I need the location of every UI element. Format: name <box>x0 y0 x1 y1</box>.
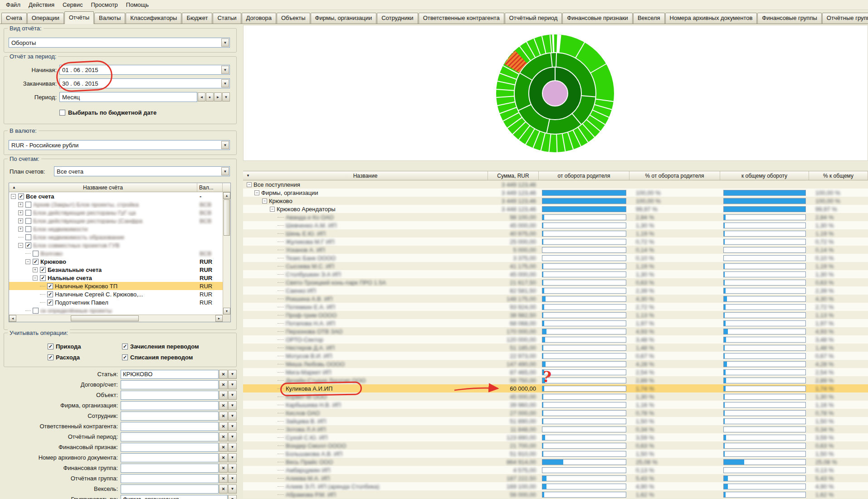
scroll-up-button[interactable]: ▲ <box>223 192 230 199</box>
tree-row[interactable]: −✓Блок совместных проектов ГУВ <box>9 241 223 249</box>
tree-row[interactable]: ✓Наличные Крюково ТПRUR <box>9 282 223 290</box>
dropdown-icon[interactable]: ▼ <box>221 167 229 175</box>
table-row[interactable]: Зайцева В. ИП51 890,001,50 %1,50 % <box>243 417 868 425</box>
table-row[interactable]: Потемкин Е.А. ИП93 924,002,72 %2,72 % <box>243 303 868 311</box>
collapse-icon[interactable]: − <box>18 243 23 248</box>
clear-button[interactable]: ✕ <box>219 380 228 389</box>
tab-16[interactable]: Номера архивных документов <box>665 13 757 24</box>
tab-12[interactable]: Ответственные контрагента <box>419 13 504 24</box>
menu-item-3[interactable]: Сервис <box>59 0 87 9</box>
table-row[interactable]: −Все поступления3 449 123,46 <box>243 180 868 189</box>
filter-input[interactable] <box>121 432 219 441</box>
table-row[interactable]: Сысоева М.С. ИП41 175,001,19 %1,19 % <box>243 262 868 270</box>
filter-input[interactable] <box>121 380 219 389</box>
scroll-thumb[interactable] <box>71 315 139 321</box>
tree-row[interactable]: ВолговоВСВ <box>9 249 223 257</box>
operation-checkbox[interactable]: ✓ <box>122 354 128 360</box>
dropdown-button[interactable]: ▼ <box>228 391 237 400</box>
expand-icon[interactable]: + <box>18 227 23 232</box>
currency-select[interactable]: RUR - Российские рубли ▼ <box>9 140 230 150</box>
table-row[interactable]: Мига-Маркет ИП87 465,002,54 %2,54 % <box>243 368 868 376</box>
tree-row[interactable]: +Блок действующие рестораны ГуГ-цаВСВ <box>9 208 223 217</box>
tab-13[interactable]: Отчётный период <box>505 13 562 24</box>
table-row[interactable]: Сухой С.Ю. ИП123 890,003,59 %3,59 % <box>243 433 868 441</box>
table-row[interactable]: Шень Е.Ю. ИП40 975,001,19 %1,19 % <box>243 229 868 237</box>
tree-header-currency[interactable]: Вал... <box>197 183 223 192</box>
dropdown-button[interactable]: ▼ <box>228 380 237 389</box>
column-header-parent-percent[interactable]: % от оборота родителя <box>629 171 720 180</box>
row-checkbox[interactable]: ✓ <box>40 275 46 281</box>
row-checkbox[interactable] <box>25 202 31 208</box>
filter-input[interactable] <box>121 401 219 410</box>
end-date-input[interactable]: 30 . 06 . 2015 ▼ <box>59 78 230 88</box>
table-row[interactable]: −Крюково3 449 123,46100,00 %100,00 % <box>243 197 868 205</box>
dropdown-icon[interactable]: ▼ <box>221 79 229 87</box>
row-checkbox[interactable] <box>33 251 39 257</box>
operation-checkbox[interactable]: ✓ <box>48 344 54 349</box>
tab-4[interactable]: Валюты <box>94 13 125 24</box>
dropdown-button[interactable]: ▼ <box>228 401 237 410</box>
table-row[interactable]: Жуликова М.Г ИП25 000,000,72 %0,72 % <box>243 237 868 246</box>
tree-row[interactable]: +Архив (Закрыт) Блок проекты, стройкаВСВ <box>9 200 223 208</box>
clear-button[interactable]: ✕ <box>219 401 228 410</box>
tab-2[interactable]: Операции <box>27 13 64 24</box>
collapse-icon[interactable]: − <box>262 199 267 203</box>
table-row[interactable]: Саенко ИП82 581,502,39 %2,39 % <box>243 286 868 295</box>
table-row[interactable]: −Крюково Арендаторы3 448 123,4699,97 %99… <box>243 205 868 213</box>
collapse-icon[interactable]: − <box>270 207 275 212</box>
filter-input[interactable] <box>121 443 219 452</box>
tab-14[interactable]: Финансовые признаки <box>562 13 633 24</box>
dropdown-button[interactable]: ▼ <box>228 484 237 494</box>
table-row[interactable]: Рокшина А.В. ИП148 175,004,30 %4,30 % <box>243 295 868 303</box>
row-checkbox[interactable]: ✓ <box>47 291 53 297</box>
column-header-total-share[interactable]: к общему обороту <box>720 171 809 180</box>
expand-icon[interactable]: + <box>18 210 23 215</box>
tree-row[interactable]: −✓Все счета- <box>9 192 223 200</box>
table-row[interactable]: Большакова А.В. ИП51 910,001,50 %1,50 % <box>243 450 868 458</box>
table-row[interactable]: Корвет-М ООО45 000,001,30 %1,30 % <box>243 392 868 401</box>
period-input[interactable]: Месяц <box>59 92 197 102</box>
tab-9[interactable]: Объекты <box>277 13 310 24</box>
table-row[interactable]: Столбушкин Э.А ИП45 000,001,30 %1,30 % <box>243 270 868 278</box>
dropdown-button[interactable]: ▼ <box>228 453 237 462</box>
start-date-input[interactable]: 01 . 06 . 2015 ▼ <box>59 65 230 75</box>
tab-5[interactable]: Классификаторы <box>126 13 181 24</box>
tree-horizontal-scrollbar[interactable]: ◄ ► <box>9 315 223 322</box>
tree-row[interactable]: −✓КрюковоRUR <box>9 257 223 266</box>
tab-18[interactable]: Отчётные группы <box>822 13 868 24</box>
collapse-icon[interactable]: − <box>254 190 259 195</box>
scroll-left-button[interactable]: ◄ <box>9 315 16 322</box>
period-current-button[interactable]: ● <box>206 92 214 102</box>
table-row[interactable]: Кислов ОАО27 000,000,78 %0,78 % <box>243 409 868 417</box>
tab-11[interactable]: Сотрудники <box>377 13 418 24</box>
column-header-sum[interactable]: Сумма, RUR <box>488 171 539 180</box>
table-row[interactable]: Куликова А.И.ИП60 000,001,74 %1,74 % <box>243 384 868 392</box>
tab-3[interactable]: Отчёты <box>64 11 94 24</box>
row-checkbox[interactable]: ✓ <box>18 194 24 199</box>
clear-button[interactable]: ✕ <box>219 464 228 473</box>
table-row[interactable]: Зотова Л.А ИП11 848,000,34 %0,34 % <box>243 425 868 433</box>
row-checkbox[interactable]: ✓ <box>25 242 31 248</box>
tree-header-name[interactable]: ▲ Название счёта <box>9 183 197 192</box>
table-row[interactable]: Шевченко А.М. ИП45 000,001,30 %1,30 % <box>243 221 868 229</box>
tree-vertical-scrollbar[interactable]: ▲ ▼ <box>223 192 230 315</box>
table-row[interactable]: Амбарцумян ИП4 575,000,13 %0,13 % <box>243 466 868 474</box>
dropdown-icon[interactable]: ▼ <box>221 66 229 74</box>
tab-6[interactable]: Бюджет <box>182 13 212 24</box>
clear-button[interactable]: ✕ <box>219 412 228 421</box>
period-next-button[interactable]: ► <box>214 92 222 102</box>
dropdown-button[interactable]: ▼ <box>228 370 237 379</box>
filter-input[interactable]: КРЮКОВО <box>121 370 219 379</box>
filter-input[interactable] <box>121 391 219 400</box>
dropdown-button[interactable]: ▼ <box>228 432 237 441</box>
table-row[interactable]: Абрамова Р.М. ИП56 000,001,62 %1,62 % <box>243 490 868 499</box>
budget-date-checkbox[interactable] <box>59 110 65 116</box>
menu-item-5[interactable]: Помощь <box>122 0 153 9</box>
table-row[interactable]: Аванда и Ко ОАО98 100,002,84 %2,84 % <box>243 213 868 221</box>
tab-15[interactable]: Векселя <box>633 13 665 24</box>
filter-input[interactable] <box>121 422 219 431</box>
table-row[interactable]: Перзонова ОТВ ЗАО170 000,004,93 %4,93 % <box>243 327 868 335</box>
collapse-icon[interactable]: − <box>11 194 16 199</box>
collapse-icon[interactable]: − <box>33 276 38 281</box>
row-checkbox[interactable] <box>33 308 39 314</box>
